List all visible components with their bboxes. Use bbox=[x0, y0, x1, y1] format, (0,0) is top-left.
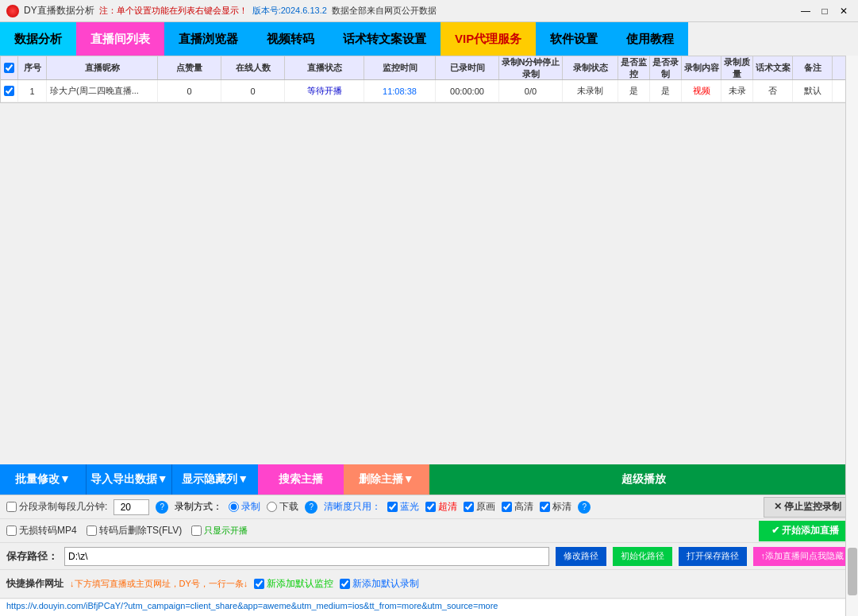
add-default-monitor-checkbox[interactable] bbox=[254, 579, 264, 589]
import-export-button[interactable]: 导入导出数据▼ bbox=[86, 464, 172, 495]
path-label: 保存路径： bbox=[6, 549, 58, 564]
open-path-button[interactable]: 打开保存路径 bbox=[679, 547, 747, 566]
show-open-label: 只显示开播 bbox=[191, 525, 248, 537]
segment-label: 分段录制每段几分钟: bbox=[6, 500, 107, 514]
th-likes: 点赞量 bbox=[158, 56, 221, 79]
th-backup: 备注 bbox=[793, 56, 833, 79]
nav-item-tutorial[interactable]: 使用教程 bbox=[612, 22, 688, 56]
start-add-button[interactable]: ✔ 开始添加直播 bbox=[759, 521, 852, 541]
maximize-button[interactable]: □ bbox=[817, 3, 833, 19]
table-area: 序号 直播昵称 点赞量 在线人数 直播状态 监控时间 已录时间 录制N分钟停止录… bbox=[0, 56, 858, 103]
super-play-button[interactable]: 超级播放 bbox=[429, 464, 859, 495]
show-hide-col-button[interactable]: 显示隐藏列▼ bbox=[171, 464, 258, 495]
path-input[interactable] bbox=[64, 547, 549, 566]
init-path-button[interactable]: 初始化路径 bbox=[613, 547, 672, 566]
nav-item-video-trans[interactable]: 视频转码 bbox=[252, 22, 329, 56]
url-section-label: 快捷操作网址 bbox=[6, 577, 63, 591]
nav-item-soft-set[interactable]: 软件设置 bbox=[536, 22, 612, 56]
row-rec-content: 视频 bbox=[682, 80, 721, 102]
row-num: 1 bbox=[18, 80, 47, 102]
row-stop-n: 0/0 bbox=[499, 80, 563, 102]
add-default-monitor-label: 新添加默认监控 bbox=[254, 577, 333, 591]
segment-help-icon[interactable]: ? bbox=[156, 501, 168, 514]
title-bar-version: 版本号:2024.6.13.2 bbox=[252, 5, 327, 17]
table-section: 序号 直播昵称 点赞量 在线人数 直播状态 监控时间 已录时间 录制N分钟停止录… bbox=[0, 56, 858, 464]
main-scrollbar-thumb[interactable] bbox=[848, 548, 857, 595]
clarity-standard: 标清 bbox=[540, 500, 571, 514]
nav-item-live-list[interactable]: 直播间列表 bbox=[76, 22, 164, 56]
nav-item-script-set[interactable]: 话术转文案设置 bbox=[329, 22, 441, 56]
path-row: 保存路径： 修改路径 初始化路径 打开保存路径 ↑添加直播间点我隐藏 bbox=[0, 543, 858, 570]
close-button[interactable]: ✕ bbox=[836, 3, 852, 19]
delete-anchor-button[interactable]: 删除主播▼ bbox=[344, 464, 429, 495]
modify-path-button[interactable]: 修改路径 bbox=[556, 547, 606, 566]
th-check bbox=[1, 56, 18, 79]
stop-monitor-area: ✕ 停止监控录制 bbox=[764, 497, 852, 518]
clarity-original-checkbox[interactable] bbox=[464, 502, 474, 512]
th-online: 在线人数 bbox=[221, 56, 285, 79]
row-script: 否 bbox=[753, 80, 793, 102]
header-checkbox[interactable] bbox=[4, 63, 14, 73]
nav-item-live-browser[interactable]: 直播浏览器 bbox=[164, 22, 252, 56]
btn-row-1: 批量修改▼ 导入导出数据▼ 显示隐藏列▼ 搜索主播 删除主播▼ 超级播放 bbox=[0, 464, 858, 495]
clarity-label: 清晰度只用： bbox=[324, 500, 381, 514]
settings-row-2: 无损转码MP4 转码后删除TS(FLV) 只显示开播 ✔ 开始添加直播 bbox=[0, 519, 858, 543]
clarity-original: 原画 bbox=[464, 500, 495, 514]
search-anchor-button[interactable]: 搜索主播 bbox=[258, 464, 344, 495]
th-status: 直播状态 bbox=[285, 56, 364, 79]
nav-item-vip[interactable]: VIP代理服务 bbox=[441, 22, 536, 56]
url-display: https://v.douyin.com/iBfjPCaY/?utm_campa… bbox=[0, 599, 858, 616]
title-bar: DY直播数据分析 注：单个设置功能在列表右键会显示！ 版本号:2024.6.13… bbox=[0, 0, 858, 22]
segment-input[interactable] bbox=[114, 499, 149, 515]
url-row: 快捷操作网址 ↓下方填写直播或主页网址，DY号，一行一条↓ 新添加默认监控 新添… bbox=[0, 570, 858, 599]
row-monitor-time: 11:08:38 bbox=[364, 80, 436, 102]
rec-method-label: 录制方式： bbox=[175, 500, 222, 514]
stop-monitor-button[interactable]: ✕ 停止监控录制 bbox=[764, 497, 852, 518]
nav-item-data-analysis[interactable]: 数据分析 bbox=[0, 22, 76, 56]
table-header: 序号 直播昵称 点赞量 在线人数 直播状态 监控时间 已录时间 录制N分钟停止录… bbox=[1, 56, 857, 80]
clarity-blue-light-checkbox[interactable] bbox=[387, 502, 398, 512]
clarity-standard-checkbox[interactable] bbox=[540, 502, 550, 512]
row-checkbox[interactable] bbox=[4, 86, 14, 96]
clarity-high-clear-checkbox[interactable] bbox=[502, 502, 512, 512]
th-rec-quality: 录制质量 bbox=[721, 56, 753, 79]
title-bar-left: DY直播数据分析 注：单个设置功能在列表右键会显示！ 版本号:2024.6.13… bbox=[6, 4, 437, 17]
clarity-super-clear: 超清 bbox=[425, 500, 457, 514]
row-is-monitor: 是 bbox=[618, 80, 650, 102]
start-add-area: ✔ 开始添加直播 bbox=[759, 521, 852, 541]
th-is-rec: 是否录制 bbox=[650, 56, 682, 79]
batch-modify-button[interactable]: 批量修改▼ bbox=[0, 464, 86, 495]
no-transcode-checkbox[interactable] bbox=[6, 526, 17, 536]
main-scrollbar[interactable] bbox=[845, 56, 858, 616]
title-bar-data-source: 数据全部来自网页公开数据 bbox=[332, 5, 437, 17]
clarity-help-icon[interactable]: ? bbox=[578, 501, 591, 514]
th-script: 话术文案 bbox=[753, 56, 793, 79]
delete-ts-checkbox[interactable] bbox=[87, 526, 97, 536]
rec-radio-record-input[interactable] bbox=[229, 502, 239, 512]
row-online: 0 bbox=[221, 80, 285, 102]
row-is-rec: 是 bbox=[650, 80, 682, 102]
th-is-monitor: 是否监控 bbox=[618, 56, 650, 79]
show-open-checkbox[interactable] bbox=[191, 526, 202, 536]
row-check[interactable] bbox=[1, 80, 18, 102]
rec-radio-download-input[interactable] bbox=[267, 502, 277, 512]
th-monitor-time: 监控时间 bbox=[364, 56, 436, 79]
add-default-rec-checkbox[interactable] bbox=[340, 579, 350, 589]
rec-method-help-icon[interactable]: ? bbox=[305, 501, 317, 514]
minimize-button[interactable]: — bbox=[798, 3, 814, 19]
row-name: 珍大户(周二四晚直播... bbox=[47, 80, 158, 102]
url-hint: ↓下方填写直播或主页网址，DY号，一行一条↓ bbox=[70, 578, 248, 590]
window-controls: — □ ✕ bbox=[798, 3, 852, 19]
delete-ts-label: 转码后删除TS(FLV) bbox=[87, 524, 182, 537]
th-rec-content: 录制内容 bbox=[682, 56, 721, 79]
segment-checkbox[interactable] bbox=[6, 502, 17, 512]
settings-row-1: 分段录制每段几分钟: ? 录制方式： 录制 下载 ? 清晰度只用： 蓝光 超清 bbox=[0, 495, 858, 519]
row-backup: 默认 bbox=[793, 80, 833, 102]
add-hide-button[interactable]: ↑添加直播间点我隐藏 bbox=[753, 547, 852, 566]
clarity-blue-light: 蓝光 bbox=[387, 500, 419, 514]
clarity-super-clear-checkbox[interactable] bbox=[425, 502, 436, 512]
app-logo-icon bbox=[6, 5, 19, 17]
add-default-rec-label: 新添加默认录制 bbox=[340, 577, 419, 591]
th-recorded-time: 已录时间 bbox=[436, 56, 499, 79]
table-row[interactable]: 1 珍大户(周二四晚直播... 0 0 等待开播 11:08:38 00:00:… bbox=[1, 80, 857, 102]
